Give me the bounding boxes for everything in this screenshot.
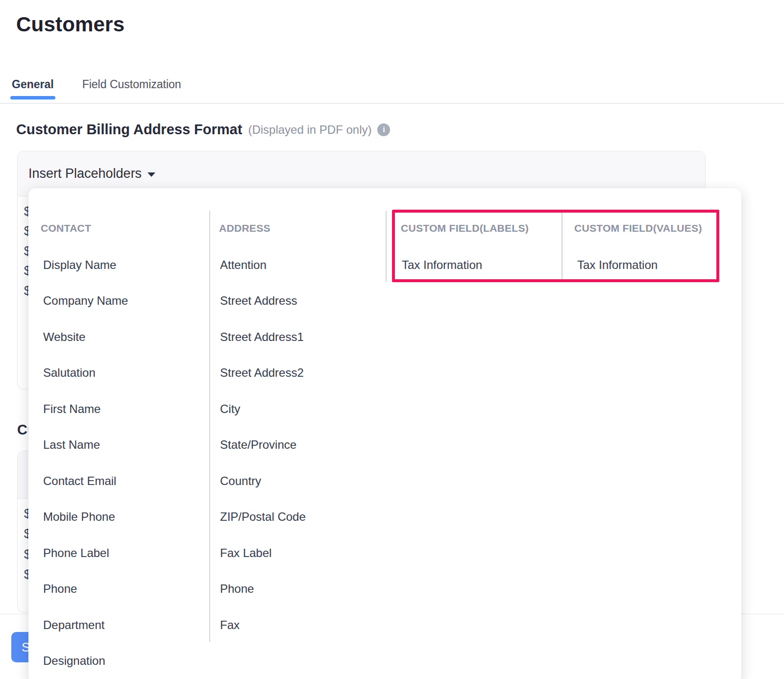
placeholder-option[interactable]: Attention [220,247,306,283]
contact-column-header: CONTACT [41,218,91,239]
placeholder-option[interactable]: Fax Label [220,535,306,571]
placeholder-option[interactable]: Salutation [43,355,128,391]
insert-placeholders-button[interactable]: Insert Placeholders [28,166,155,181]
placeholders-dropdown: CONTACT Display NameCompany NameWebsiteS… [28,188,741,679]
placeholder-option[interactable]: Designation [43,643,128,679]
placeholder-option[interactable]: Phone [43,571,128,607]
tab-bar: General Field Customization [12,76,181,92]
column-divider [562,213,563,281]
placeholder-option[interactable]: Mobile Phone [43,499,128,535]
placeholder-option[interactable]: Tax Information [577,247,658,283]
placeholder-option[interactable]: City [220,391,306,427]
placeholder-option[interactable]: ZIP/Postal Code [220,499,306,535]
info-icon[interactable]: i [377,123,390,136]
placeholder-option[interactable]: Phone [220,571,306,607]
tab-field-customization-label: Field Customization [82,78,181,91]
placeholder-option[interactable]: Website [43,319,128,355]
billing-heading-text: Customer Billing Address Format [16,121,242,138]
placeholder-option[interactable]: Country [220,463,306,499]
tabs-divider [0,103,784,104]
placeholder-option[interactable]: Company Name [43,283,128,319]
tab-general-label: General [12,78,54,91]
placeholder-option[interactable]: Phone Label [43,535,128,571]
placeholder-option[interactable]: Tax Information [402,247,482,283]
placeholder-option[interactable]: Last Name [43,427,128,463]
placeholder-option[interactable]: State/Province [220,427,306,463]
placeholder-option[interactable]: Display Name [43,247,128,283]
placeholder-option[interactable]: Department [43,607,128,643]
custom-field-values-list: Tax Information [577,247,658,283]
column-divider [209,211,210,642]
custom-field-labels-list: Tax Information [402,247,482,283]
billing-section-heading: Customer Billing Address Format (Display… [16,121,390,138]
address-item-list: AttentionStreet AddressStreet Address1St… [220,247,306,643]
address-column-header: ADDRESS [219,218,270,239]
customers-settings-page: Customers General Field Customization Cu… [0,0,784,679]
column-divider [386,211,387,282]
chevron-down-icon [147,172,155,177]
placeholder-option[interactable]: Street Address2 [220,355,306,391]
contact-item-list: Display NameCompany NameWebsiteSalutatio… [43,247,128,679]
billing-heading-hint: (Displayed in PDF only) [248,123,371,137]
placeholder-option[interactable]: Contact Email [43,463,128,499]
placeholder-option[interactable]: Street Address [220,283,306,319]
insert-placeholders-label: Insert Placeholders [28,166,142,181]
placeholder-option[interactable]: Street Address1 [220,319,306,355]
placeholder-option[interactable]: Fax [220,607,306,643]
custom-field-values-header: CUSTOM FIELD(VALUES) [574,218,702,239]
tab-general[interactable]: General [12,76,54,92]
placeholder-option[interactable]: First Name [43,391,128,427]
custom-field-labels-header: CUSTOM FIELD(LABELS) [401,218,529,239]
tab-field-customization[interactable]: Field Customization [82,76,181,92]
page-title: Customers [16,13,124,36]
